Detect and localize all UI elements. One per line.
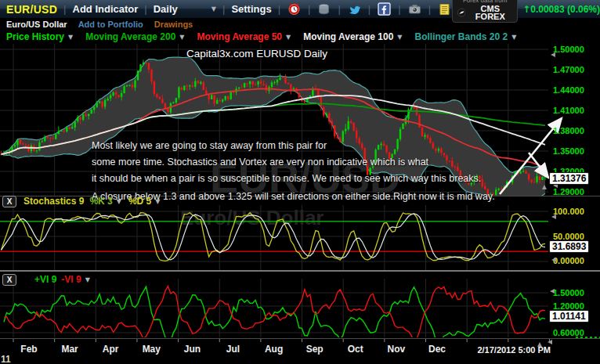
up-arrow-icon: ↑ [522,4,530,15]
cms-forex-logo-icon [457,8,465,17]
settings-button[interactable]: Settings [231,3,271,15]
price-tick-label: 1.29000 [553,187,584,196]
tab-label: Bollinger Bands 20 2 [414,31,508,42]
add-to-portfolio-link[interactable]: Add to Portfolio [78,20,143,29]
toolbar-divider: | [222,3,225,15]
analyst-note-line1: Most likely we are going to stay away fr… [92,138,327,155]
toolbar-divider: | [144,3,146,15]
stoch-k-line [2,213,546,261]
toolbar-divider: | [278,3,280,15]
year-label-partial: 11 [1,354,11,364]
month-label: Jun [184,344,201,355]
vortex-minus-line [4,287,545,341]
stochastics-d-setting[interactable]: %D 5 [128,196,151,207]
price-tick-label: 1.44000 [553,85,584,95]
stochastics-name[interactable]: Stochastics 9 [23,196,84,207]
month-label: Apr [103,344,119,355]
vortex-plus-label[interactable]: +VI 9 [34,274,56,285]
tab-price-history[interactable]: Price History▼ [6,31,73,42]
tab-moving-average-100[interactable]: Moving Average 100▼ [303,31,402,42]
month-label: May [143,344,161,355]
top-toolbar: EUR/USD | Add Indicator | Daily ▼ | Sett… [0,0,600,19]
tab-label: Price History [6,31,64,42]
stoch-value-box: 31.6893 [549,240,589,253]
toolbar-divider: | [398,3,400,15]
timeframe-dropdown[interactable]: Daily ▼ [154,3,216,15]
chevron-down-icon: ▼ [68,34,73,41]
stochastics-header: Stochastics 9 %K 3 ▼ %D 5 ▼ [23,196,160,207]
symbol-label[interactable]: EUR/USD [6,3,57,16]
analyst-note-line3: it should be when a pair is so susceptib… [92,171,481,188]
tab-label: Moving Average 100 [303,31,393,42]
month-label: Mar [61,344,78,355]
month-label: Sep [306,344,323,355]
chevron-down-icon[interactable]: ▼ [155,198,160,205]
chevron-down-icon: ▼ [397,34,402,41]
twitter-icon[interactable] [347,2,362,16]
toolbar-divider: | [428,3,431,15]
cursor-datetime: 2/17/2012 5:00 PM [477,345,551,355]
toolbar-divider: | [308,3,310,15]
price-tick-label: 1.47000 [553,65,584,74]
month-label: Dec [428,344,446,355]
instrument-bar: Euro/US Dollar Add to Portfolio Drawings [0,19,600,30]
chevron-down-icon[interactable]: ▼ [85,276,90,283]
chevron-down-icon[interactable]: ▼ [117,198,121,205]
stochastics-k-setting[interactable]: %K 3 [89,196,112,207]
price-tick-label: 1.35000 [553,146,584,156]
price-change-value: 0.00083 (0.06%) [530,4,600,15]
indicator-tabs-row: Price History▼Moving Average 200▼Moving … [0,30,600,44]
alarm-icon[interactable] [287,2,302,16]
close-vortex-button[interactable]: X [2,274,16,286]
data-source-brand: CMS FOREX [468,5,512,20]
instrument-name: Euro/US Dollar [6,20,67,29]
chevron-down-icon: ▼ [179,34,184,41]
timeframe-value: Daily [154,3,178,15]
history-database-icon[interactable] [316,2,331,16]
price-tick-label: 1.50000 [553,45,584,54]
chevron-down-icon: ▼ [286,34,291,41]
time-axis-ticks [13,339,549,342]
close-stochastics-button[interactable]: X [2,196,16,207]
month-label: Aug [265,344,283,355]
analyst-note-line2: some more time. Stochastics and Vortex a… [92,154,428,171]
tab-label: Moving Average 200 [85,31,175,42]
month-label: Jul [226,344,240,355]
vortex-minus-label[interactable]: -VI 9 [61,274,81,285]
facebook-icon[interactable] [377,2,392,16]
axis-marker-icons [537,52,558,347]
toolbar-divider: | [63,3,66,15]
chevron-down-icon: ▼ [511,34,516,41]
tab-moving-average-200[interactable]: Moving Average 200▼ [85,31,184,42]
trading-app-window: EUR/USD Euro/US Dollar EUR/USD | Add Ind… [0,0,600,364]
last-price-box: 1.31376 [549,172,589,185]
chart-title: Capital3x.com EURUSD Daily [186,48,327,59]
tab-label: Moving Average 50 [197,31,282,42]
notes-icon[interactable] [437,2,452,16]
price-change-ticker: ↑0.00083 (0.06%) [522,4,600,15]
tab-bollinger-bands-20-2[interactable]: Bollinger Bands 20 2▼ [414,31,516,42]
price-tick-label: 1.38000 [553,126,584,135]
toolbar-divider: | [338,3,340,15]
chevron-down-icon: ▼ [211,5,216,13]
add-indicator-button[interactable]: Add Indicator [73,3,139,15]
month-label: Nov [388,344,406,355]
snapshot-camera-icon[interactable] [407,2,422,16]
toolbar-divider: | [368,3,370,15]
month-label: Feb [20,344,37,355]
month-label: Oct [348,344,363,355]
price-tick-label: 1.41000 [553,106,584,115]
vortex-value-box: 1.01141 [549,310,589,323]
tab-moving-average-50[interactable]: Moving Average 50▼ [197,31,291,42]
vortex-header: +VI 9 -VI 9 ▼ [34,274,90,285]
drawings-menu[interactable]: Drawings [154,20,193,29]
